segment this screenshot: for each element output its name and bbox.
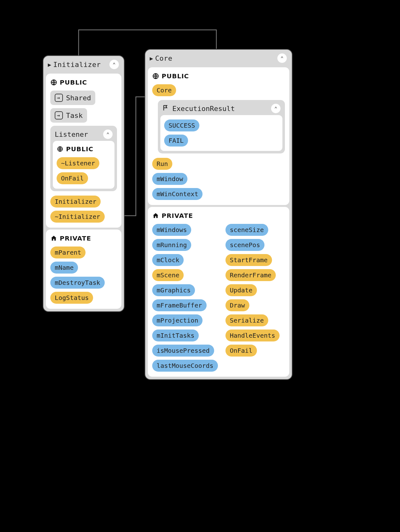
nested-inner-execution-result: SUCCESSFAIL [160, 115, 282, 151]
section-public-initializer: PUBLIC Shared Task Listener ⌃ [46, 74, 121, 228]
shared-button[interactable]: Shared [50, 91, 95, 105]
member-pill[interactable]: lastMouseCoords [152, 360, 218, 372]
section-label: PUBLIC [66, 145, 93, 153]
member-pill[interactable]: ~Listener [57, 157, 99, 169]
section-label: PRIVATE [60, 235, 91, 242]
nested-header-execution-result: ExecutionResult ⌃ [160, 103, 282, 115]
task-label: Task [66, 112, 83, 119]
nested-header-listener: Listener ⌃ [53, 128, 114, 141]
core-private-grid: mWindowsmRunningmClockmScenemGraphicsmFr… [152, 224, 285, 372]
member-pill[interactable]: mWindows [152, 224, 191, 236]
member-pill[interactable]: Draw [225, 299, 249, 311]
member-pill[interactable]: SUCCESS [164, 119, 199, 131]
member-pill[interactable]: mGraphics [152, 284, 195, 296]
flag-icon [162, 104, 169, 113]
member-pill[interactable]: Initializer [50, 196, 101, 208]
expand-arrow-icon: ▶ [48, 61, 51, 68]
member-pill[interactable]: mWinContext [152, 188, 203, 200]
globe-icon [50, 79, 57, 86]
member-pill[interactable]: scenePos [225, 239, 264, 251]
collapse-button[interactable]: ⌃ [103, 130, 113, 139]
section-label: PUBLIC [60, 79, 87, 86]
execution-result-members: SUCCESSFAIL [164, 119, 279, 147]
class-header-core: ▶ Core ⌃ [148, 52, 289, 65]
core-public-members: RunmWindowmWinContext [152, 158, 285, 200]
section-private-core: PRIVATE mWindowsmRunningmClockmScenemGra… [148, 207, 289, 377]
member-pill[interactable]: isMousePressed [152, 345, 214, 357]
member-pill[interactable]: OnFail [57, 172, 88, 184]
section-header-private: PRIVATE [152, 212, 285, 219]
class-initializer[interactable]: ▶ Initializer ⌃ PUBLIC Shared [43, 55, 125, 312]
collapse-button[interactable]: ⌃ [271, 104, 281, 113]
home-icon [50, 235, 57, 242]
nested-listener[interactable]: Listener ⌃ PUBLIC ~Listener [50, 126, 117, 191]
member-pill[interactable]: FAIL [164, 135, 188, 147]
section-public-core: PUBLIC Core ExecutionResult ⌃ [148, 67, 289, 205]
expand-arrow-icon: ▶ [150, 55, 153, 62]
nested-inner-listener: PUBLIC ~ListenerOnFail [53, 141, 114, 189]
nested-title: Listener [55, 130, 88, 138]
class-title: Core [155, 54, 172, 62]
initializer-private-members: mParentmNamemDestroyTaskLogStatus [50, 247, 117, 304]
diagram-canvas: ▶ Initializer ⌃ PUBLIC Shared [0, 0, 400, 532]
member-pill[interactable]: StartFrame [225, 254, 272, 266]
member-pill[interactable]: Serialize [225, 314, 268, 326]
class-core[interactable]: ▶ Core ⌃ PUBLIC Core [145, 49, 292, 380]
section-header-public: PUBLIC [57, 145, 111, 153]
member-pill[interactable]: RenderFrame [225, 269, 276, 281]
core-private-right: sceneSizescenePosStartFrameRenderFrameUp… [225, 224, 280, 372]
core-private-left: mWindowsmRunningmClockmScenemGraphicsmFr… [152, 224, 218, 372]
section-label: PRIVATE [162, 212, 193, 219]
member-pill[interactable]: mParent [50, 247, 86, 258]
initializer-public-members: Initializer~Initializer [50, 196, 117, 223]
member-pill[interactable]: mRunning [152, 239, 191, 251]
nested-title: ExecutionResult [172, 105, 235, 113]
section-label: PUBLIC [162, 72, 189, 80]
section-header-public: PUBLIC [50, 79, 117, 86]
member-pill[interactable]: LogStatus [50, 292, 93, 304]
member-pill[interactable]: mClock [152, 254, 184, 266]
exit-icon [55, 94, 63, 102]
member-pill[interactable]: Run [152, 158, 172, 170]
member-pill[interactable]: mScene [152, 269, 184, 281]
member-pill[interactable]: HandleEvents [225, 330, 280, 341]
section-private-initializer: PRIVATE mParentmNamemDestroyTaskLogStatu… [46, 230, 121, 309]
member-pill[interactable]: OnFail [225, 345, 257, 357]
section-header-private: PRIVATE [50, 235, 117, 242]
member-pill[interactable]: mWindow [152, 173, 187, 185]
member-pill[interactable]: Update [225, 284, 257, 296]
core-constructor-pill[interactable]: Core [152, 84, 176, 96]
globe-icon [57, 146, 64, 152]
member-pill[interactable]: mName [50, 262, 78, 274]
home-icon [152, 212, 159, 219]
collapse-button[interactable]: ⌃ [277, 53, 287, 63]
exit-icon [55, 111, 63, 119]
class-title: Initializer [53, 61, 101, 69]
shared-label: Shared [66, 94, 91, 102]
member-pill[interactable]: mFrameBuffer [152, 299, 207, 311]
class-header-initializer: ▶ Initializer ⌃ [46, 58, 121, 72]
member-pill[interactable]: mDestroyTask [50, 277, 105, 289]
member-pill[interactable]: mInitTasks [152, 330, 199, 341]
member-pill[interactable]: ~Initializer [50, 211, 105, 223]
nested-execution-result[interactable]: ExecutionResult ⌃ SUCCESSFAIL [158, 100, 285, 153]
listener-members: ~ListenerOnFail [57, 157, 111, 184]
member-pill[interactable]: sceneSize [225, 224, 268, 236]
collapse-button[interactable]: ⌃ [109, 60, 119, 69]
task-button[interactable]: Task [50, 108, 87, 123]
globe-icon [152, 73, 159, 80]
member-pill[interactable]: mProjection [152, 314, 203, 326]
section-header-public: PUBLIC [152, 72, 285, 80]
